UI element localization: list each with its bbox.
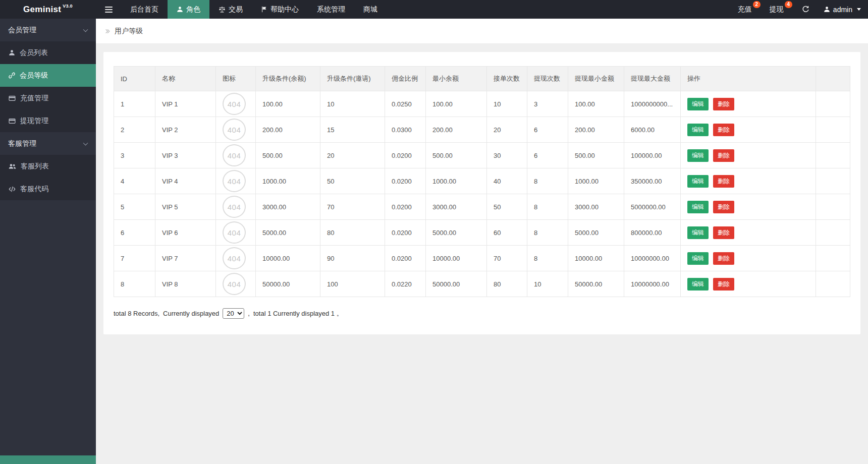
edit-button[interactable]: 编辑 [687, 252, 709, 265]
broken-image-placeholder: 404 [223, 273, 246, 295]
cell-commission-rate: 0.0250 [385, 91, 426, 117]
delete-button[interactable]: 删除 [713, 252, 734, 265]
col-header-upgrade-balance: 升级条件(余额) [256, 67, 320, 91]
sidebar-group-member-management[interactable]: 会员管理 [0, 19, 96, 41]
cell-name: VIP 8 [155, 271, 216, 297]
content-card: ID名称图标升级条件(余额)升级条件(邀请)佣金比例最小余额接单次数提现次数提现… [103, 52, 860, 334]
cell-upgrade-balance: 10000.00 [256, 246, 320, 271]
nav-item-system[interactable]: 系统管理 [308, 0, 354, 19]
broken-image-placeholder: 404 [223, 221, 246, 244]
table-row: 5VIP 54043000.00700.02003000.005083000.0… [114, 194, 850, 220]
delete-button[interactable]: 删除 [713, 175, 734, 188]
cell-withdraw-max: 5000000.00 [624, 194, 681, 220]
cell-withdraw-count: 8 [527, 246, 568, 271]
broken-image-placeholder: 404 [223, 119, 246, 141]
col-header-withdraw-count: 提现次数 [527, 67, 568, 91]
nav-label: 帮助中心 [270, 5, 299, 14]
delete-button[interactable]: 删除 [713, 201, 734, 213]
cell-id: 1 [114, 91, 155, 117]
col-header-upgrade-invite: 升级条件(邀请) [320, 67, 385, 91]
cell-name: VIP 6 [155, 220, 216, 246]
cell-spacer [816, 143, 850, 168]
cell-spacer [816, 271, 850, 297]
sidebar-item-member-level[interactable]: 会员等级 [0, 64, 96, 87]
edit-button[interactable]: 编辑 [687, 98, 709, 110]
page-size-select[interactable]: 20 [223, 308, 244, 319]
sidebar-item-member-list[interactable]: 会员列表 [0, 41, 96, 64]
sidebar-item-recharge-management[interactable]: 充值管理 [0, 87, 96, 109]
edit-button[interactable]: 编辑 [687, 149, 709, 162]
cell-commission-rate: 0.0300 [385, 117, 426, 143]
cell-min-balance: 3000.00 [426, 194, 487, 220]
cell-min-balance: 1000.00 [426, 168, 487, 194]
edit-button[interactable]: 编辑 [687, 226, 709, 239]
delete-button[interactable]: 删除 [713, 226, 734, 239]
cell-actions: 编辑删除 [681, 143, 816, 168]
sidebar-item-label: 提现管理 [20, 117, 48, 126]
delete-button[interactable]: 删除 [713, 124, 734, 136]
nav-item-dashboard[interactable]: 后台首页 [121, 0, 168, 19]
main-content: 用户等级 ID名称图标升级条件(余额)升级条件(邀请)佣金比例最小余额接单次数提… [96, 19, 868, 464]
sidebar-item-withdraw-management[interactable]: 提现管理 [0, 109, 96, 132]
cell-commission-rate: 0.0200 [385, 168, 426, 194]
sidebar-item-service-list[interactable]: 客服列表 [0, 155, 96, 178]
cell-withdraw-max: 100000.00 [624, 143, 681, 168]
delete-button[interactable]: 删除 [713, 98, 734, 110]
table-row: 6VIP 64045000.00800.02005000.006085000.0… [114, 220, 850, 246]
cell-icon: 404 [216, 117, 256, 143]
cell-min-balance: 200.00 [426, 117, 487, 143]
cell-actions: 编辑删除 [681, 168, 816, 194]
card-icon [9, 118, 16, 125]
cell-withdraw-min: 1000.00 [568, 168, 624, 194]
edit-button[interactable]: 编辑 [687, 201, 709, 213]
nav-item-roles[interactable]: 角色 [168, 0, 209, 19]
cell-withdraw-min: 5000.00 [568, 220, 624, 246]
cell-withdraw-max: 10000000.00 [624, 271, 681, 297]
refresh-button[interactable] [795, 0, 817, 19]
sidebar-item-label: 会员列表 [20, 48, 48, 57]
cell-withdraw-max: 10000000.00 [624, 246, 681, 271]
sidebar-group-service-management[interactable]: 客服管理 [0, 132, 96, 155]
nav-item-help-center[interactable]: 帮助中心 [252, 0, 308, 19]
col-header-id: ID [114, 67, 155, 91]
edit-button[interactable]: 编辑 [687, 175, 709, 188]
table-row: 8VIP 840450000.001000.022050000.00801050… [114, 271, 850, 297]
cell-withdraw-count: 6 [527, 143, 568, 168]
user-menu[interactable]: admin [817, 0, 868, 19]
cell-id: 6 [114, 220, 155, 246]
cell-id: 5 [114, 194, 155, 220]
cell-id: 3 [114, 143, 155, 168]
recharge-button[interactable]: 充值 2 [731, 0, 758, 19]
top-bar: Geminist V3.0 后台首页 角色 交易 帮助中心 系统管理 商城 充值… [0, 0, 868, 19]
group-label: 客服管理 [8, 139, 36, 148]
withdraw-button[interactable]: 提现 4 [763, 0, 790, 19]
cell-withdraw-min: 100.00 [568, 91, 624, 117]
broken-image-placeholder: 404 [223, 247, 246, 269]
col-header-withdraw-min: 提现最小金额 [568, 67, 624, 91]
cell-name: VIP 5 [155, 194, 216, 220]
cell-id: 2 [114, 117, 155, 143]
cell-spacer [816, 194, 850, 220]
brand-name: Geminist [23, 5, 61, 15]
cell-upgrade-invite: 100 [320, 271, 385, 297]
sidebar-item-service-code[interactable]: 客服代码 [0, 178, 96, 200]
user-levels-table: ID名称图标升级条件(余额)升级条件(邀请)佣金比例最小余额接单次数提现次数提现… [114, 66, 850, 297]
nav-label: 商城 [363, 5, 377, 14]
menu-toggle-icon[interactable] [96, 0, 121, 19]
cell-withdraw-min: 3000.00 [568, 194, 624, 220]
code-icon [9, 186, 16, 193]
edit-button[interactable]: 编辑 [687, 278, 709, 291]
nav-item-trade[interactable]: 交易 [209, 0, 252, 19]
nav-label: 后台首页 [130, 5, 158, 14]
cell-upgrade-invite: 70 [320, 194, 385, 220]
nav-item-mall[interactable]: 商城 [354, 0, 387, 19]
delete-button[interactable]: 删除 [713, 149, 734, 162]
delete-button[interactable]: 删除 [713, 278, 734, 291]
cell-commission-rate: 0.0200 [385, 143, 426, 168]
edit-button[interactable]: 编辑 [687, 124, 709, 136]
cell-icon: 404 [216, 220, 256, 246]
top-nav: 后台首页 角色 交易 帮助中心 系统管理 商城 [121, 0, 387, 19]
sidebar-item-label: 会员等级 [20, 71, 48, 80]
cell-withdraw-min: 500.00 [568, 143, 624, 168]
sidebar-item-label: 客服代码 [20, 185, 48, 194]
